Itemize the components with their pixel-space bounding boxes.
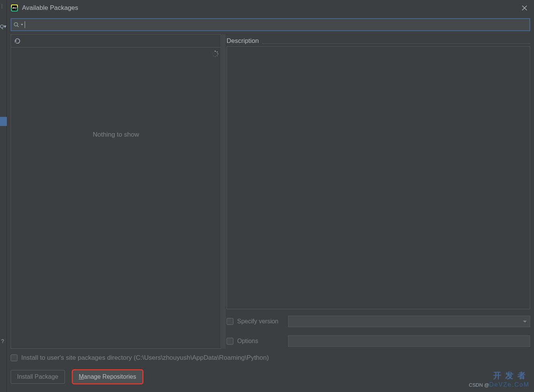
install-package-label: Install Package: [17, 373, 58, 380]
svg-point-12: [213, 52, 214, 52]
options-row: Options: [227, 334, 530, 349]
dialog-footer: Install Package Manage Repositories 开发者 …: [7, 362, 534, 392]
options-checkbox[interactable]: [227, 338, 233, 345]
svg-point-11: [212, 54, 213, 54]
svg-point-5: [215, 51, 216, 52]
manage-repositories-label: Manage Repositories: [79, 373, 136, 380]
watermark-domain: DeVZe.CoM: [489, 381, 529, 388]
install-site-packages-label: Install to user's site packages director…: [21, 354, 269, 362]
pycharm-icon: PC: [11, 4, 18, 12]
package-list[interactable]: Nothing to show: [11, 47, 221, 348]
watermark-cn: 开发者: [469, 370, 529, 381]
loading-spinner-icon: [212, 50, 219, 57]
description-header: Description: [227, 34, 530, 45]
specify-version-row: Specify version: [227, 314, 530, 329]
svg-point-9: [215, 56, 216, 57]
search-history-icon[interactable]: Q▾: [0, 24, 6, 31]
window-title: Available Packages: [22, 4, 78, 12]
search-input[interactable]: [27, 19, 527, 30]
specify-version-select[interactable]: [288, 316, 530, 327]
search-input-wrapper[interactable]: [11, 18, 530, 31]
options-input[interactable]: [288, 335, 530, 347]
content-area: Nothing to show Description Specify vers…: [7, 34, 534, 349]
title-bar: PC Available Packages: [7, 0, 534, 16]
options-label: Options: [237, 338, 284, 345]
specify-version-label: Specify version: [237, 318, 284, 325]
search-options-dropdown-icon[interactable]: [21, 24, 23, 25]
install-package-button[interactable]: Install Package: [11, 370, 65, 384]
help-icon[interactable]: ?: [1, 338, 6, 343]
install-site-packages-row: Install to user's site packages director…: [7, 349, 534, 362]
search-icon: [14, 22, 19, 27]
manage-repositories-button[interactable]: Manage Repositories: [72, 369, 143, 384]
svg-point-8: [217, 55, 217, 56]
install-site-packages-checkbox[interactable]: [11, 354, 17, 361]
packages-list-pane: Nothing to show: [11, 34, 221, 349]
description-body: [227, 46, 530, 309]
pane-splitter[interactable]: [222, 34, 226, 349]
refresh-button[interactable]: [13, 37, 22, 45]
svg-text:PC: PC: [13, 6, 17, 10]
svg-point-4: [14, 23, 18, 26]
gutter-selection: [0, 117, 7, 126]
description-pane: Description Specify version Options: [227, 34, 530, 349]
divider: [262, 43, 530, 44]
text-caret: [25, 21, 25, 28]
ide-left-gutter: Q▾ ?: [0, 0, 7, 392]
list-toolbar: [11, 35, 221, 47]
description-label: Description: [227, 37, 259, 45]
watermark-line2: CSDN @DeVZe.CoM: [469, 381, 529, 389]
chevron-down-icon: [523, 321, 527, 323]
svg-point-10: [213, 55, 214, 56]
watermark-csdn: CSDN @: [469, 382, 489, 388]
empty-list-message: Nothing to show: [11, 131, 221, 139]
svg-point-6: [217, 52, 218, 53]
svg-point-7: [217, 54, 218, 54]
watermark: 开发者 CSDN @DeVZe.CoM: [469, 370, 529, 389]
drag-grip-icon: [2, 5, 2, 9]
specify-version-checkbox[interactable]: [227, 318, 233, 325]
search-row: [7, 16, 534, 34]
close-button[interactable]: [519, 2, 530, 14]
available-packages-dialog: PC Available Packages: [7, 0, 534, 392]
